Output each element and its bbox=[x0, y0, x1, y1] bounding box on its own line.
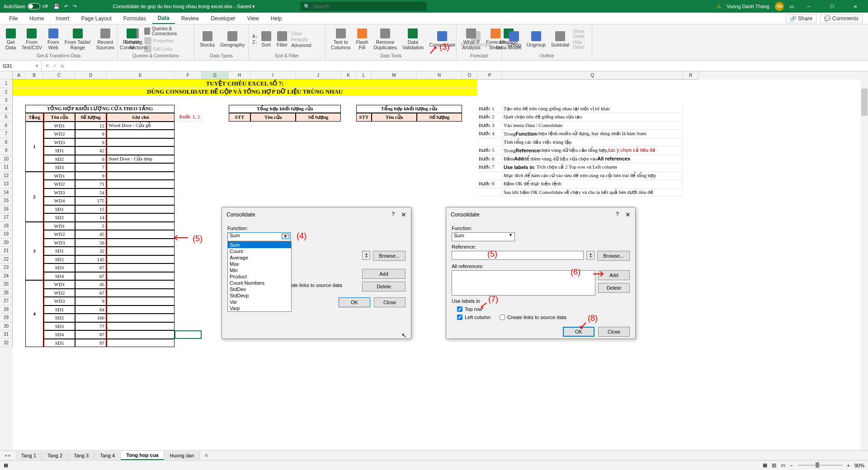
function-dropdown[interactable]: SumCountAverageMaxMinProductCount Number… bbox=[227, 241, 292, 312]
func-option[interactable]: Sum bbox=[228, 242, 291, 248]
cell-sl[interactable]: 145 bbox=[75, 255, 107, 264]
step-num[interactable]: Bước 6 bbox=[477, 155, 502, 164]
geography-button[interactable]: Geography bbox=[218, 26, 246, 52]
row-header[interactable]: 19 bbox=[0, 230, 13, 239]
step-text[interactable]: Vào menu Data \ Consolidate bbox=[502, 122, 683, 130]
step-text[interactable]: Bấm OK để thực hiện lệnh bbox=[502, 180, 683, 188]
range-picker-icon[interactable]: ↥ bbox=[586, 251, 594, 260]
sheet-tab[interactable]: Tang 1 bbox=[16, 451, 42, 460]
func-option[interactable]: Min bbox=[228, 267, 291, 273]
cell-ghi[interactable] bbox=[107, 239, 175, 247]
row-header[interactable]: 11 bbox=[0, 163, 13, 172]
tab-help[interactable]: Help bbox=[265, 14, 288, 24]
step-num[interactable]: Bước 2 bbox=[477, 113, 502, 122]
row-header[interactable]: 29 bbox=[0, 314, 13, 322]
selected-cell[interactable] bbox=[175, 330, 202, 339]
view-normal-icon[interactable]: ▦ bbox=[763, 462, 767, 468]
save-icon[interactable]: 💾 bbox=[53, 4, 60, 9]
cell-ten[interactable]: WD3 bbox=[43, 188, 75, 197]
cell-sl[interactable]: 5 bbox=[75, 222, 107, 230]
func-option[interactable]: Count Numbers bbox=[228, 280, 291, 286]
cell-ten[interactable]: SD2 bbox=[43, 213, 75, 222]
row-header[interactable]: 7 bbox=[0, 130, 13, 138]
user-name[interactable]: Vuong Danh Thang bbox=[726, 4, 769, 9]
add-button[interactable]: Add bbox=[362, 269, 406, 279]
col-header[interactable]: L bbox=[356, 71, 372, 80]
cell-ten[interactable]: SD4 bbox=[43, 330, 75, 339]
from-table-button[interactable]: From Table/ Range bbox=[63, 26, 93, 52]
col-header[interactable]: K bbox=[341, 71, 356, 80]
row-header[interactable]: 32 bbox=[0, 339, 13, 348]
cell-ghi[interactable] bbox=[107, 197, 175, 205]
cell-ten[interactable]: WD3 bbox=[43, 297, 75, 306]
view-break-icon[interactable]: ▭ bbox=[781, 462, 785, 468]
cell-ten[interactable]: WD2 bbox=[43, 230, 75, 239]
step-num[interactable]: Bước 5 bbox=[477, 146, 502, 155]
user-avatar[interactable]: VD bbox=[775, 2, 784, 11]
recent-sources-button[interactable]: Recent Sources bbox=[94, 26, 116, 52]
cancel-icon[interactable]: ✕ bbox=[45, 63, 49, 69]
enter-icon[interactable]: ✓ bbox=[53, 63, 57, 69]
tab-developer[interactable]: Developer bbox=[205, 14, 241, 24]
title-1[interactable]: TUYỆT CHIÊU EXCEL SỐ 7: bbox=[13, 80, 477, 88]
flash-fill-button[interactable]: Flash Fill bbox=[354, 26, 370, 52]
reapply-button[interactable]: Reapply bbox=[291, 37, 311, 42]
cell-tang[interactable]: 2 bbox=[25, 172, 43, 222]
add-sheet-button[interactable]: ⊕ bbox=[200, 452, 213, 458]
close-button[interactable]: Close bbox=[374, 297, 406, 307]
row-header[interactable]: 23 bbox=[0, 263, 13, 272]
cell-sl[interactable]: 160 bbox=[75, 314, 107, 322]
sum-header[interactable]: Tổng hợp khối lượng cửa bbox=[229, 105, 341, 113]
hdr-sl[interactable]: Số lượng bbox=[75, 113, 107, 122]
row-header[interactable]: 13 bbox=[0, 180, 13, 188]
cell-ten[interactable]: SD1 bbox=[43, 247, 75, 255]
cell-ten[interactable]: WD4 bbox=[43, 197, 75, 205]
hdr-tang[interactable]: Tầng bbox=[25, 113, 43, 122]
step-num[interactable]: Bước 7 bbox=[477, 163, 502, 172]
cell-ten[interactable]: WD2 bbox=[43, 180, 75, 188]
col-header[interactable]: P bbox=[477, 71, 502, 80]
cell-ghi[interactable] bbox=[107, 339, 175, 348]
row-header[interactable]: 8 bbox=[0, 138, 13, 147]
clear-button[interactable]: Clear bbox=[291, 31, 311, 36]
cell-sl[interactable]: 12 bbox=[75, 122, 107, 130]
step-text[interactable]: Bấm Add để thêm vùng dữ liệu vừa chọn và… bbox=[502, 155, 683, 164]
hdr-ten2[interactable]: Tên cửa bbox=[250, 113, 296, 122]
cell-ghi[interactable] bbox=[107, 330, 175, 339]
func-option[interactable]: Varp bbox=[228, 305, 291, 311]
fx-icon[interactable]: fx bbox=[61, 63, 65, 69]
cell-ten[interactable]: WD1 bbox=[43, 280, 75, 289]
name-box[interactable]: G31▾ bbox=[0, 61, 42, 71]
col-header[interactable]: E bbox=[107, 71, 175, 80]
cell-sl[interactable]: 87 bbox=[75, 330, 107, 339]
tab-review[interactable]: Review bbox=[176, 14, 204, 24]
step-num[interactable]: Bước 8 bbox=[477, 180, 502, 188]
close-button[interactable]: Close bbox=[598, 327, 630, 337]
row-header[interactable]: 6 bbox=[0, 122, 13, 130]
col-header[interactable]: G bbox=[202, 71, 229, 80]
col-header[interactable]: F bbox=[175, 71, 202, 80]
comments-button[interactable]: 💬 Comments bbox=[820, 14, 863, 23]
left-col-check[interactable] bbox=[457, 315, 462, 320]
cell-ghi[interactable] bbox=[107, 247, 175, 255]
redo-icon[interactable]: ↷ bbox=[73, 4, 77, 9]
show-detail[interactable]: Show Detail bbox=[573, 29, 588, 39]
zoom-in[interactable]: + bbox=[847, 463, 850, 468]
cell-ghi[interactable] bbox=[107, 213, 175, 222]
worksheet[interactable]: 1234567891011121314151617181920212223242… bbox=[0, 71, 868, 450]
step-num[interactable]: Bước 3 bbox=[477, 122, 502, 130]
edit-links-button[interactable]: Edit Links bbox=[144, 45, 190, 52]
cell-sl[interactable]: 71 bbox=[75, 180, 107, 188]
row-header[interactable]: 24 bbox=[0, 272, 13, 281]
step-num[interactable]: Bước 1 bbox=[477, 105, 502, 113]
cell-ten[interactable]: SD1 bbox=[43, 205, 75, 214]
close-icon[interactable]: ✕ bbox=[625, 211, 631, 218]
cell-ghi[interactable] bbox=[107, 272, 175, 281]
col-header[interactable]: R bbox=[683, 71, 698, 80]
col-header[interactable]: O bbox=[462, 71, 477, 80]
step-text[interactable]: Mục đích để hàm căn cứ vào tiêu đề trên … bbox=[502, 172, 683, 180]
step-text[interactable]: Tạo tiêu đề trên cùng giống nhau tại một… bbox=[502, 105, 683, 113]
col-header[interactable]: Q bbox=[502, 71, 683, 80]
col-header[interactable]: C bbox=[43, 71, 75, 80]
zoom-out[interactable]: − bbox=[790, 463, 793, 468]
